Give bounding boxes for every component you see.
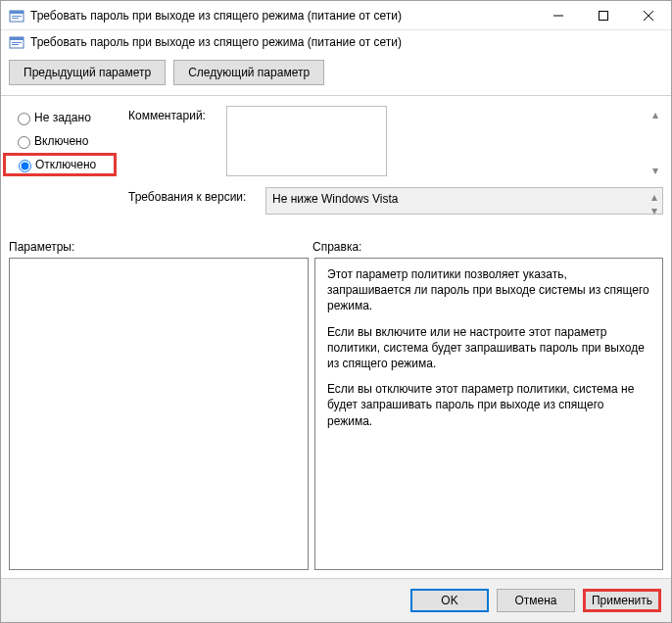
- radio-not-configured-label: Не задано: [34, 111, 91, 124]
- maximize-button[interactable]: [581, 1, 626, 30]
- help-paragraph: Если вы отключите этот параметр политики…: [327, 381, 650, 429]
- policy-icon: [9, 8, 24, 24]
- policy-icon: [9, 34, 24, 50]
- requirements-value: Не ниже Windows Vista: [272, 192, 399, 206]
- titlebar: Требовать пароль при выходе из спящего р…: [1, 1, 671, 30]
- policy-name: Требовать пароль при выходе из спящего р…: [30, 35, 402, 49]
- svg-rect-11: [12, 44, 19, 45]
- upper-section: Не задано Включено Отключено Комментарий…: [9, 106, 663, 222]
- prev-setting-button[interactable]: Предыдущий параметр: [9, 60, 166, 85]
- radio-disabled-input[interactable]: [19, 160, 31, 172]
- svg-rect-10: [12, 42, 22, 43]
- lower-section: Этот параметр политики позволяет указать…: [9, 258, 663, 570]
- scrollbar-hint: ▴ ▾: [648, 190, 660, 212]
- content-area: Не задано Включено Отключено Комментарий…: [1, 96, 671, 578]
- radio-not-configured[interactable]: Не задано: [9, 106, 117, 129]
- comment-row: Комментарий: ▴ ▾: [128, 106, 663, 179]
- options-label: Параметры:: [9, 240, 312, 254]
- ok-button[interactable]: OK: [410, 589, 489, 612]
- radio-enabled-input[interactable]: [18, 136, 30, 149]
- radio-disabled[interactable]: Отключено: [3, 153, 117, 176]
- help-paragraph: Этот параметр политики позволяет указать…: [327, 266, 650, 314]
- apply-button[interactable]: Применить: [583, 589, 661, 612]
- comment-textarea[interactable]: [226, 106, 387, 176]
- dialog-footer: OK Отмена Применить: [1, 578, 671, 622]
- options-panel: [9, 258, 309, 570]
- help-label: Справка:: [312, 240, 663, 254]
- radio-enabled-label: Включено: [34, 134, 88, 148]
- cancel-button[interactable]: Отмена: [497, 589, 575, 612]
- radio-not-configured-input[interactable]: [18, 113, 30, 125]
- panel-labels: Параметры: Справка:: [9, 240, 663, 254]
- svg-rect-9: [10, 37, 24, 40]
- svg-rect-1: [10, 11, 24, 14]
- radio-enabled[interactable]: Включено: [9, 129, 117, 153]
- requirements-box: Не ниже Windows Vista ▴ ▾: [265, 187, 663, 215]
- nav-buttons: Предыдущий параметр Следующий параметр: [1, 56, 671, 96]
- state-radios: Не задано Включено Отключено: [9, 106, 117, 222]
- svg-rect-3: [12, 18, 19, 19]
- radio-disabled-label: Отключено: [35, 158, 96, 171]
- help-paragraph: Если вы включите или не настроите этот п…: [327, 324, 650, 372]
- close-button[interactable]: [626, 1, 671, 30]
- comment-label: Комментарий:: [128, 106, 226, 179]
- chevron-up-icon: ▴: [652, 108, 658, 121]
- svg-rect-5: [600, 11, 608, 20]
- help-panel: Этот параметр политики позволяет указать…: [314, 258, 663, 570]
- dialog-window: Требовать пароль при выходе из спящего р…: [0, 0, 672, 623]
- scrollbar-hint: ▴ ▾: [649, 108, 661, 177]
- upper-right-fields: Комментарий: ▴ ▾ Требования к версии: Не…: [128, 106, 663, 222]
- requirements-label: Требования к версии:: [128, 187, 265, 215]
- minimize-button[interactable]: [536, 1, 581, 30]
- chevron-down-icon: ▾: [652, 164, 658, 177]
- requirements-row: Требования к версии: Не ниже Windows Vis…: [128, 187, 663, 215]
- chevron-up-icon: ▴: [651, 190, 657, 204]
- svg-rect-2: [12, 16, 22, 17]
- chevron-down-icon: ▾: [651, 204, 657, 217]
- policy-header: Требовать пароль при выходе из спящего р…: [1, 30, 671, 56]
- window-title: Требовать пароль при выходе из спящего р…: [30, 9, 536, 23]
- next-setting-button[interactable]: Следующий параметр: [173, 60, 324, 85]
